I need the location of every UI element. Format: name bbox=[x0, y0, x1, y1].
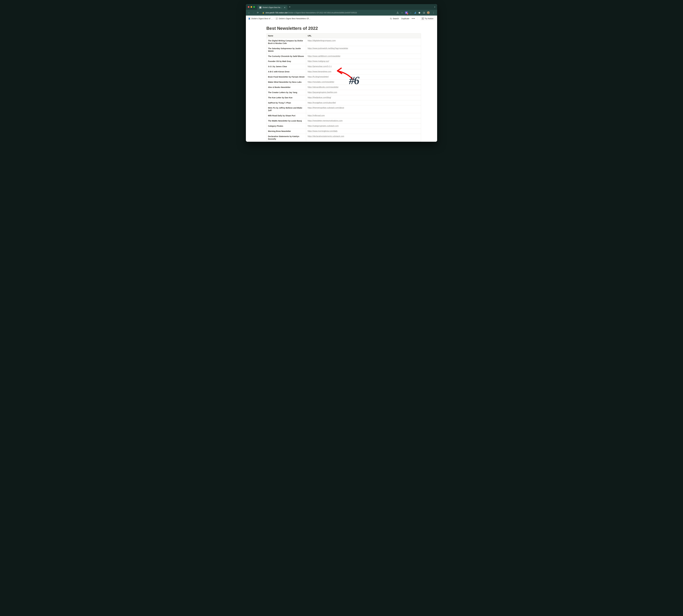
tab-strip: 📰 Dickie's Digest Best Newslette ✕ + ▾ bbox=[246, 4, 437, 10]
cell-name: SatPost by Trung T. Phan bbox=[266, 100, 306, 105]
cell-url: https://www.mattgray.xyz/ bbox=[306, 59, 421, 64]
search-button[interactable]: Search bbox=[390, 18, 399, 20]
nav-reload-button[interactable]: ⟳ bbox=[256, 12, 259, 14]
tab-favicon: 📰 bbox=[259, 6, 261, 8]
table-row: Declarative Statements by Katelyn Donnel… bbox=[266, 134, 421, 141]
url-link[interactable]: https://trungtphan.com/subscribe/ bbox=[307, 102, 336, 104]
breadcrumb-current[interactable]: 📰 Dickie's Digest Best Newsletters Of… bbox=[276, 17, 311, 20]
search-label: Search bbox=[393, 18, 399, 20]
url-link[interactable]: https://milkroad.com bbox=[307, 114, 325, 116]
cell-name: The Koe Letter by Dan Koe bbox=[266, 95, 306, 100]
svg-rect-0 bbox=[423, 12, 425, 14]
divider bbox=[418, 17, 418, 20]
extensions-puzzle-icon[interactable] bbox=[418, 12, 421, 14]
url-link[interactable]: https://thedankoe.com/blog/ bbox=[307, 96, 331, 98]
chrome-menu-icon[interactable]: ⋮ bbox=[432, 12, 435, 14]
cell-name: The M&Ms Newsletter by Louie Bacaj bbox=[266, 118, 306, 124]
browser-window: 📰 Dickie's Digest Best Newslette ✕ + ▾ ←… bbox=[246, 4, 437, 142]
try-notion-button[interactable]: N Try Notion bbox=[420, 17, 435, 20]
url-path: /Dickie-s-Digest-Best-Newsletters-Of-202… bbox=[287, 12, 357, 14]
table-row: The Creator Letters by Jay Yanghttps://j… bbox=[266, 90, 421, 95]
cell-name: Milk Road Daily by Shaan Puri bbox=[266, 113, 306, 118]
panel-icon[interactable] bbox=[423, 12, 425, 14]
svg-point-2 bbox=[390, 18, 391, 19]
cell-url: https://trungtphan.com/subscribe/ bbox=[306, 100, 421, 105]
tabs-dropdown-icon[interactable]: ▾ bbox=[434, 6, 435, 8]
cell-url: https://fs.blog/newsletter/ bbox=[306, 74, 421, 80]
share-icon[interactable] bbox=[397, 12, 399, 14]
cell-name: The Creator Letters by Jay Yang bbox=[266, 90, 306, 95]
breadcrumb-parent[interactable]: 👤 Dickie's Digest Best of … bbox=[248, 17, 273, 20]
url-link[interactable]: https://www.mattgray.xyz/ bbox=[307, 60, 329, 62]
cell-name: Brain Food Newsletter by Farnam Street bbox=[266, 74, 306, 80]
new-tab-button[interactable]: + bbox=[289, 6, 291, 8]
url-link[interactable]: https://digitalwritingcompass.com bbox=[307, 40, 336, 42]
window-minimize-button[interactable] bbox=[251, 6, 252, 8]
cell-name: Alex & Books Newsletter bbox=[266, 85, 306, 90]
traffic-lights bbox=[248, 6, 255, 8]
profile-avatar[interactable] bbox=[427, 11, 430, 14]
url-link[interactable]: https://themetropolitan.substack.com/abo… bbox=[307, 107, 344, 109]
cell-url: https://www.justinwelsh.me/blog?tag=news… bbox=[306, 46, 421, 54]
cell-url: https://www.sahilbloom.com/newsletter bbox=[306, 54, 421, 59]
table-row: 3-2-1 by James Clearhttps://jamesclear.c… bbox=[266, 64, 421, 69]
cell-name: Mets Fix by Jeffrey Bellone and Blake Ze… bbox=[266, 105, 306, 113]
table-row: Founder OS by Matt Grayhttps://www.mattg… bbox=[266, 59, 421, 64]
table-row: Alex & Books Newsletterhttps://alexandbo… bbox=[266, 85, 421, 90]
window-maximize-button[interactable] bbox=[253, 6, 255, 8]
table-header: Name URL bbox=[266, 34, 421, 38]
url-link[interactable]: https://newsletter.memesmotivations.com bbox=[307, 119, 343, 122]
cell-url: https://www.morningbrew.com/daily bbox=[306, 129, 421, 134]
try-notion-label: Try Notion bbox=[425, 18, 433, 20]
cell-url: https://thedankoe.com/blog/ bbox=[306, 95, 421, 100]
cell-url: https://digitalwritingcompass.com bbox=[306, 38, 421, 46]
table-row: A-B-C with Kieran Drewhttps://www.kieran… bbox=[266, 69, 421, 74]
page-content: Best Newsletters of 2022 Name URL The Di… bbox=[257, 22, 426, 142]
url-link[interactable]: https://jamesclear.com/3-2-1 bbox=[307, 65, 332, 67]
svg-line-3 bbox=[391, 19, 392, 19]
extension-s-icon[interactable]: S bbox=[405, 12, 408, 14]
url-link[interactable]: https://nesslabs.com/newsletter bbox=[307, 81, 334, 83]
url-link[interactable]: https://www.morningbrew.com/daily bbox=[307, 130, 338, 132]
cell-url: https://milkroad.com bbox=[306, 113, 421, 118]
table-row: The Curiosity Chronicle by Sahil Bloomht… bbox=[266, 54, 421, 59]
cell-name: Category Pirates bbox=[266, 124, 306, 129]
more-menu-button[interactable]: ••• bbox=[412, 17, 415, 20]
table-row: Maker Mind Newsletter by Ness Labshttps:… bbox=[266, 80, 421, 85]
cell-url: https://www.kierandrew.com bbox=[306, 69, 421, 74]
page-title: Best Newsletters of 2022 bbox=[257, 24, 426, 33]
nav-forward-button[interactable]: → bbox=[252, 12, 255, 14]
cell-name: The Saturday Solopreneur by Justin Welsh bbox=[266, 46, 306, 54]
cell-url: https://jamesclear.com/3-2-1 bbox=[306, 64, 421, 69]
cell-url: https://nesslabs.com/newsletter bbox=[306, 80, 421, 85]
table-row: Morning Brew Newsletterhttps://www.morni… bbox=[266, 129, 421, 134]
cell-name: Declarative Statements by Katelyn Donnel… bbox=[266, 134, 306, 141]
url-link[interactable]: https://categorypirates.substack.com bbox=[307, 125, 339, 127]
extension-bars-icon[interactable] bbox=[414, 12, 417, 14]
url-link[interactable]: https://jayyanginspires.beehiiv.com bbox=[307, 91, 337, 93]
table-row: Category Pirateshttps://categorypirates.… bbox=[266, 124, 421, 129]
url-link[interactable]: https://alexandbooks.com/newsletter bbox=[307, 86, 339, 88]
table-row: The Digital Writing Compass by Dickie Bu… bbox=[266, 38, 421, 46]
cell-name: Maker Mind Newsletter by Ness Labs bbox=[266, 80, 306, 85]
window-close-button[interactable] bbox=[248, 6, 250, 8]
tab-close-icon[interactable]: ✕ bbox=[284, 6, 285, 8]
url-link[interactable]: https://www.justinwelsh.me/blog?tag=news… bbox=[307, 47, 348, 49]
column-header-url: URL bbox=[306, 34, 421, 38]
toolbar-icons: ☆ S ☼ ⋮ bbox=[397, 11, 435, 14]
cell-name: A-B-C with Kieran Drew bbox=[266, 69, 306, 74]
page-icon: 📰 bbox=[276, 17, 278, 20]
url-link[interactable]: https://fs.blog/newsletter/ bbox=[307, 75, 329, 78]
nav-back-button[interactable]: ← bbox=[248, 12, 251, 14]
extension-sun-icon[interactable]: ☼ bbox=[409, 12, 412, 14]
url-link[interactable]: https://www.kierandrew.com bbox=[307, 70, 332, 73]
cell-name: The Digital Writing Compass by Dickie Bu… bbox=[266, 38, 306, 46]
duplicate-button[interactable]: Duplicate bbox=[401, 18, 409, 20]
url-link[interactable]: https://www.sahilbloom.com/newsletter bbox=[307, 55, 340, 57]
browser-tab[interactable]: 📰 Dickie's Digest Best Newslette ✕ bbox=[257, 5, 287, 10]
search-icon bbox=[390, 18, 392, 20]
bookmark-star-icon[interactable]: ☆ bbox=[401, 12, 403, 14]
omnibox[interactable]: 🔒 vine-perch-730.notion.site/Dickie-s-Di… bbox=[261, 11, 395, 15]
page-icon: 👤 bbox=[248, 17, 251, 20]
url-link[interactable]: https://declarativestatements.substack.c… bbox=[307, 135, 344, 137]
